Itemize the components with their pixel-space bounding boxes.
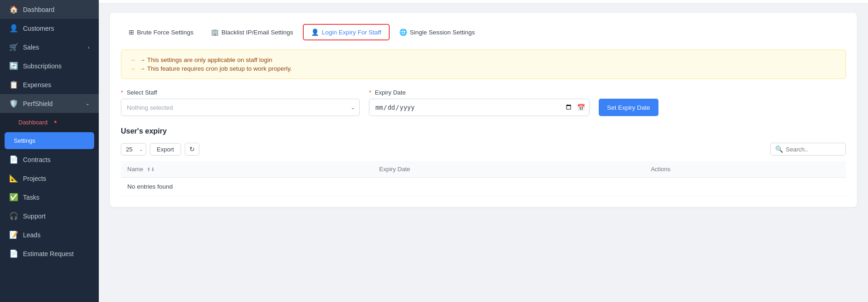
export-button[interactable]: Export bbox=[150, 143, 181, 156]
col-expiry-label: Expiry Date bbox=[379, 166, 410, 173]
support-icon: 🎧 bbox=[9, 212, 18, 220]
chevron-down-icon: ⌄ bbox=[85, 101, 90, 106]
set-expiry-button[interactable]: Set Expiry Date bbox=[599, 99, 658, 116]
brute-force-icon: ⊞ bbox=[129, 28, 134, 36]
contracts-icon: 📄 bbox=[9, 155, 18, 164]
search-icon: 🔍 bbox=[775, 145, 783, 153]
perfshield-submenu: Dashboard Settings bbox=[0, 113, 99, 150]
table-body: No entries found bbox=[121, 178, 846, 196]
sidebar-item-dashboard[interactable]: 🏠 Dashboard bbox=[0, 0, 99, 19]
staff-select-input[interactable]: Nothing selected bbox=[121, 99, 360, 116]
sidebar-item-label: Sales bbox=[23, 44, 39, 51]
perfshield-icon: 🛡️ bbox=[9, 99, 18, 108]
sidebar-item-label: Contracts bbox=[23, 156, 51, 163]
projects-icon: 📐 bbox=[9, 174, 18, 183]
sidebar-item-label: Tasks bbox=[23, 194, 40, 201]
form-row: * Select Staff Nothing selected ⌄ * Expi… bbox=[121, 89, 846, 116]
table-toolbar: 25 ⌄ Export ↻ 🔍 bbox=[121, 143, 846, 156]
customers-icon: 👤 bbox=[9, 24, 18, 33]
required-star-2: * bbox=[369, 89, 371, 96]
sidebar-item-perfshield[interactable]: 🛡️ PerfShield ⌄ bbox=[0, 94, 99, 113]
notice-line2: → → This feature requires cron job setup… bbox=[130, 65, 837, 72]
sidebar-item-label: Customers bbox=[23, 25, 54, 32]
sidebar-item-sub-dashboard[interactable]: Dashboard bbox=[0, 113, 99, 131]
leads-icon: 📝 bbox=[9, 230, 18, 239]
submenu-dashboard-label: Dashboard bbox=[18, 119, 48, 126]
staff-select-group: * Select Staff Nothing selected ⌄ bbox=[121, 89, 360, 116]
sidebar-item-sub-settings[interactable]: Settings bbox=[5, 132, 94, 149]
tab-label: Login Expiry For Staff bbox=[322, 29, 381, 36]
required-star: * bbox=[121, 89, 123, 96]
col-expiry-date: Expiry Date bbox=[373, 161, 644, 178]
sidebar-item-leads[interactable]: 📝 Leads bbox=[0, 225, 99, 244]
sidebar-item-label: PerfShield bbox=[23, 100, 53, 107]
expiry-date-input[interactable] bbox=[369, 99, 590, 116]
no-entries-text: No entries found bbox=[121, 178, 846, 196]
arrow-icon-1: → bbox=[130, 56, 136, 63]
sidebar-item-label: Projects bbox=[23, 175, 46, 182]
sidebar-item-tasks[interactable]: ✅ Tasks bbox=[0, 188, 99, 207]
table-row-empty: No entries found bbox=[121, 178, 846, 196]
sidebar-item-estimate-request[interactable]: 📄 Estimate Request bbox=[0, 244, 99, 263]
toolbar-left: 25 ⌄ Export ↻ bbox=[121, 143, 199, 156]
login-expiry-icon: 👤 bbox=[311, 28, 319, 36]
expenses-icon: 📋 bbox=[9, 80, 18, 89]
col-actions-label: Actions bbox=[651, 166, 670, 173]
sidebar-item-label: Subscriptions bbox=[23, 62, 62, 70]
tab-label: Brute Force Settings bbox=[137, 29, 193, 36]
tasks-icon: ✅ bbox=[9, 193, 18, 201]
tab-blacklist[interactable]: 🏢 Blacklist IP/Email Settings bbox=[203, 24, 301, 40]
sidebar-item-label: Leads bbox=[23, 231, 40, 239]
users-expiry-table: Name ⬆⬇ Expiry Date Actions bbox=[121, 161, 846, 196]
tab-label: Single Session Settings bbox=[410, 29, 475, 36]
submenu-settings-label: Settings bbox=[14, 137, 35, 144]
sort-icon: ⬆⬇ bbox=[147, 167, 155, 172]
staff-select-label: * Select Staff bbox=[121, 89, 360, 96]
per-page-wrapper: 25 ⌄ bbox=[121, 143, 146, 156]
notice-line1: → → This settings are only applicable on… bbox=[130, 56, 837, 63]
tab-label: Blacklist IP/Email Settings bbox=[221, 29, 293, 36]
sales-icon: 🛒 bbox=[9, 43, 18, 51]
sidebar-item-support[interactable]: 🎧 Support bbox=[0, 207, 99, 225]
sidebar-item-projects[interactable]: 📐 Projects bbox=[0, 169, 99, 188]
tab-login-expiry[interactable]: 👤 Login Expiry For Staff bbox=[303, 24, 390, 40]
users-expiry-section: User's expiry 25 ⌄ Export ↻ bbox=[121, 127, 846, 196]
sidebar-item-label: Expenses bbox=[23, 81, 51, 89]
single-session-icon: 🌐 bbox=[399, 28, 407, 36]
settings-card: ⊞ Brute Force Settings 🏢 Blacklist IP/Em… bbox=[110, 13, 857, 207]
blacklist-icon: 🏢 bbox=[211, 28, 219, 36]
per-page-select[interactable]: 25 bbox=[121, 143, 146, 156]
table-header: Name ⬆⬇ Expiry Date Actions bbox=[121, 161, 846, 178]
sidebar-item-expenses[interactable]: 📋 Expenses bbox=[0, 75, 99, 94]
search-input[interactable] bbox=[786, 146, 841, 153]
main-area: ⊞ Brute Force Settings 🏢 Blacklist IP/Em… bbox=[99, 0, 868, 302]
sidebar-item-contracts[interactable]: 📄 Contracts bbox=[0, 150, 99, 169]
staff-select-wrapper: Nothing selected ⌄ bbox=[121, 99, 360, 116]
tab-bar: ⊞ Brute Force Settings 🏢 Blacklist IP/Em… bbox=[121, 24, 846, 40]
sidebar-item-customers[interactable]: 👤 Customers bbox=[0, 19, 99, 38]
search-box[interactable]: 🔍 bbox=[770, 143, 846, 156]
sidebar: 🏠 Dashboard 👤 Customers 🛒 Sales ‹ 🔄 Subs… bbox=[0, 0, 99, 302]
col-name-label: Name bbox=[127, 166, 143, 173]
refresh-icon: ↻ bbox=[189, 145, 195, 153]
sidebar-item-sales[interactable]: 🛒 Sales ‹ bbox=[0, 38, 99, 56]
tab-single-session[interactable]: 🌐 Single Session Settings bbox=[391, 24, 483, 40]
date-input-wrapper: 📅 bbox=[369, 99, 590, 116]
sidebar-item-subscriptions[interactable]: 🔄 Subscriptions bbox=[0, 56, 99, 75]
refresh-button[interactable]: ↻ bbox=[185, 143, 199, 156]
subscriptions-icon: 🔄 bbox=[9, 62, 18, 70]
sidebar-item-label: Estimate Request bbox=[23, 250, 74, 257]
expiry-date-label: * Expiry Date bbox=[369, 89, 590, 96]
expiry-date-group: * Expiry Date 📅 bbox=[369, 89, 590, 116]
col-name[interactable]: Name ⬆⬇ bbox=[121, 161, 373, 178]
col-actions: Actions bbox=[644, 161, 846, 178]
tab-brute-force[interactable]: ⊞ Brute Force Settings bbox=[121, 24, 201, 40]
home-icon: 🏠 bbox=[9, 5, 18, 14]
notice-box: → → This settings are only applicable on… bbox=[121, 50, 846, 79]
section-title: User's expiry bbox=[121, 127, 846, 135]
chevron-icon: ‹ bbox=[88, 45, 90, 50]
estimate-icon: 📄 bbox=[9, 249, 18, 258]
content-area: ⊞ Brute Force Settings 🏢 Blacklist IP/Em… bbox=[99, 4, 868, 302]
top-bar bbox=[99, 0, 868, 4]
arrow-icon-2: → bbox=[130, 65, 136, 72]
